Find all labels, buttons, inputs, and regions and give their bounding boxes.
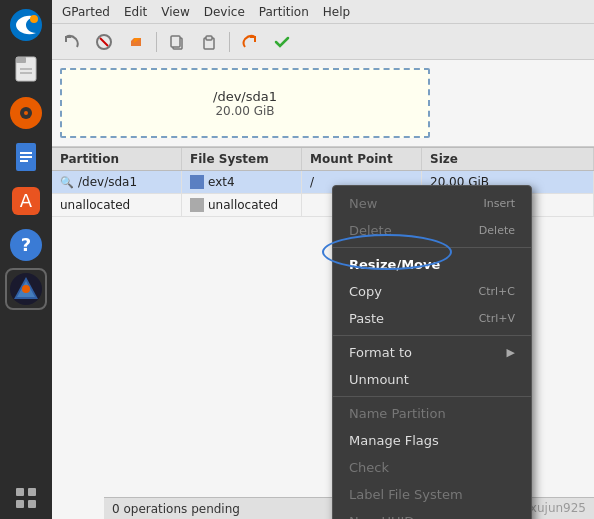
sidebar: A ? — [0, 0, 52, 519]
menu-view[interactable]: View — [155, 3, 195, 21]
sidebar-icon-music[interactable] — [5, 92, 47, 134]
ctx-new[interactable]: New Insert — [333, 190, 531, 217]
svg-rect-28 — [206, 36, 212, 40]
toolbar-sep1 — [156, 32, 157, 52]
sidebar-icon-thunderbird[interactable] — [5, 4, 47, 46]
toolbar-copy-btn[interactable] — [163, 28, 191, 56]
toolbar — [52, 24, 594, 60]
svg-rect-3 — [16, 57, 26, 63]
svg-rect-22 — [28, 500, 36, 508]
svg-rect-19 — [16, 488, 24, 496]
ctx-format-to[interactable]: Format to ▶ — [333, 339, 531, 366]
main-content: GParted Edit View Device Partition Help — [52, 0, 594, 519]
sidebar-icon-help[interactable]: ? — [5, 224, 47, 266]
menu-edit[interactable]: Edit — [118, 3, 153, 21]
cell-filesystem-0: ext4 — [182, 171, 302, 193]
svg-rect-26 — [171, 36, 180, 47]
ctx-delete[interactable]: Delete Delete — [333, 217, 531, 244]
fs-icon-ext4 — [190, 175, 204, 189]
toolbar-undo2-btn[interactable] — [236, 28, 264, 56]
ctx-check[interactable]: Check — [333, 454, 531, 481]
col-partition: Partition — [52, 148, 182, 170]
cell-partition-0: 🔍 /dev/sda1 — [52, 171, 182, 193]
ctx-sep1 — [333, 247, 531, 248]
context-menu: New Insert Delete Delete Resize/Move Cop… — [332, 185, 532, 519]
sidebar-icon-apps[interactable] — [5, 477, 47, 519]
ctx-resize-move[interactable]: Resize/Move — [333, 251, 531, 278]
svg-rect-21 — [16, 500, 24, 508]
cell-partition-1: unallocated — [52, 194, 182, 216]
svg-point-8 — [24, 111, 28, 115]
svg-text:?: ? — [21, 234, 31, 255]
menu-partition[interactable]: Partition — [253, 3, 315, 21]
toolbar-undo-btn[interactable] — [58, 28, 86, 56]
ctx-sep2 — [333, 335, 531, 336]
ctx-arrow-icon: ▶ — [507, 346, 515, 359]
svg-point-1 — [30, 15, 38, 23]
col-filesystem: File System — [182, 148, 302, 170]
sidebar-icon-files[interactable] — [5, 48, 47, 90]
statusbar-text: 0 operations pending — [112, 502, 240, 516]
col-size: Size — [422, 148, 594, 170]
col-mountpoint: Mount Point — [302, 148, 422, 170]
menu-help[interactable]: Help — [317, 3, 356, 21]
svg-line-24 — [100, 38, 108, 46]
disk-label: /dev/sda1 — [213, 89, 277, 104]
ctx-new-uuid[interactable]: New UUID — [333, 508, 531, 519]
ctx-label-fs[interactable]: Label File System — [333, 481, 531, 508]
toolbar-sep2 — [229, 32, 230, 52]
menubar: GParted Edit View Device Partition Help — [52, 0, 594, 24]
toolbar-apply-btn[interactable] — [122, 28, 150, 56]
svg-rect-20 — [28, 488, 36, 496]
svg-text:A: A — [20, 190, 33, 211]
disk-area: /dev/sda1 20.00 GiB — [52, 60, 594, 147]
ctx-name-partition[interactable]: Name Partition — [333, 400, 531, 427]
ctx-paste[interactable]: Paste Ctrl+V — [333, 305, 531, 332]
toolbar-paste-btn[interactable] — [195, 28, 223, 56]
svg-point-18 — [22, 285, 30, 293]
toolbar-check-btn[interactable] — [268, 28, 296, 56]
ctx-sep3 — [333, 396, 531, 397]
sidebar-icon-gparted[interactable] — [5, 268, 47, 310]
disk-visual[interactable]: /dev/sda1 20.00 GiB — [60, 68, 430, 138]
sidebar-icon-document[interactable] — [5, 136, 47, 178]
ctx-copy[interactable]: Copy Ctrl+C — [333, 278, 531, 305]
search-icon: 🔍 — [60, 176, 74, 189]
menu-gparted[interactable]: GParted — [56, 3, 116, 21]
cell-filesystem-1: unallocated — [182, 194, 302, 216]
toolbar-cancel-btn[interactable] — [90, 28, 118, 56]
fs-icon-unalloc — [190, 198, 204, 212]
ctx-manage-flags[interactable]: Manage Flags — [333, 427, 531, 454]
sidebar-icon-appstore[interactable]: A — [5, 180, 47, 222]
menu-device[interactable]: Device — [198, 3, 251, 21]
disk-size: 20.00 GiB — [215, 104, 274, 118]
ctx-unmount[interactable]: Unmount — [333, 366, 531, 393]
table-header: Partition File System Mount Point Size — [52, 147, 594, 171]
